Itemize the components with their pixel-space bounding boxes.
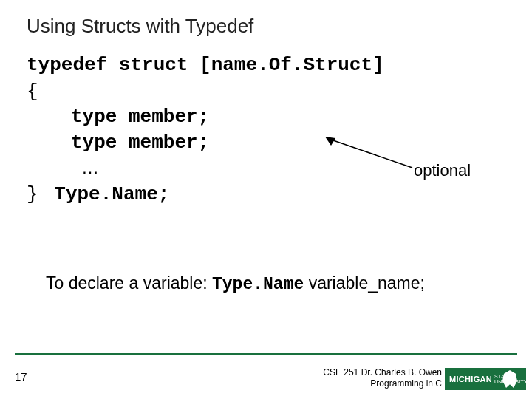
brace-close: }	[27, 183, 38, 205]
struct-member-2: type member;	[0, 130, 532, 156]
footer-credit: CSE 251 Dr. Charles B. Owen Programming …	[323, 367, 442, 389]
msu-logo: MICHIGAN STATE UNIVERSITY	[445, 368, 526, 390]
spartan-helmet-icon	[502, 370, 517, 388]
svg-line-0	[331, 140, 412, 168]
logo-main: MICHIGAN	[449, 375, 492, 383]
page-number: 17	[15, 370, 27, 383]
declare-variable-text: To declare a variable: Type.Name variabl…	[46, 273, 425, 294]
struct-member-1: type member;	[0, 104, 532, 130]
slide-title: Using Structs with Typedef	[0, 15, 532, 38]
optional-label: optional	[414, 161, 471, 180]
slide: Using Structs with Typedef typedef struc…	[0, 0, 532, 399]
declare-typename: Type.Name	[212, 275, 304, 294]
typedef-name: Type.Name	[54, 183, 157, 205]
brace-open: {	[0, 81, 532, 103]
credit-line-2: Programming in C	[323, 378, 442, 389]
credit-line-1: CSE 251 Dr. Charles B. Owen	[323, 367, 442, 378]
brace-close-row: } Type.Name;	[0, 180, 532, 208]
arrow-icon	[325, 137, 414, 169]
semicolon: ;	[158, 183, 170, 205]
footer-divider	[15, 353, 517, 355]
declare-prefix: To declare a variable:	[46, 273, 212, 293]
declare-suffix: variable_name;	[304, 273, 425, 293]
typedef-declaration: typedef struct [name.Of.Struct]	[0, 54, 532, 76]
arrow-annotation	[325, 137, 421, 174]
